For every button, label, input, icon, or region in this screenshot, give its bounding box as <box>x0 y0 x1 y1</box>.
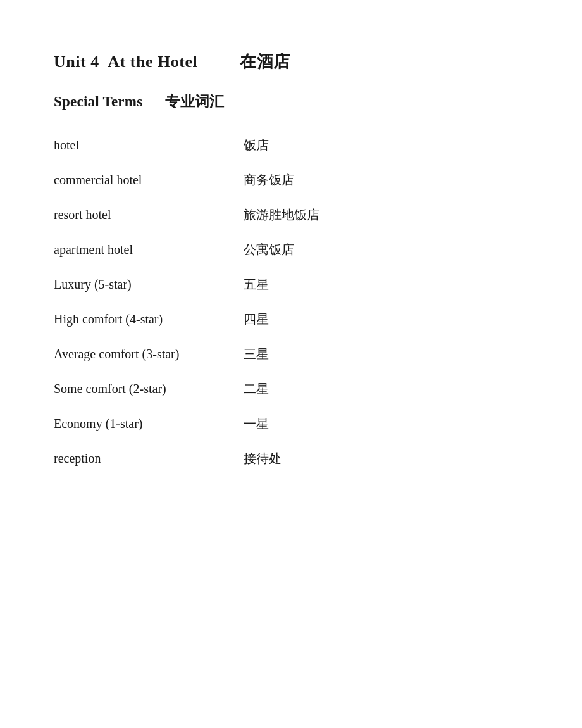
vocab-chinese: 公寓饭店 <box>244 241 294 258</box>
unit-chinese: 在酒店 <box>240 53 290 71</box>
vocab-chinese: 四星 <box>244 311 269 328</box>
vocab-english: hotel <box>54 138 231 153</box>
vocab-item: Luxury (5-star)五星 <box>54 276 528 293</box>
vocab-item: reception接待处 <box>54 450 528 467</box>
vocab-list: hotel饭店commercial hotel商务饭店resort hotel旅… <box>54 137 528 467</box>
vocab-english: Some comfort (2-star) <box>54 382 231 396</box>
vocab-english: High comfort (4-star) <box>54 312 231 327</box>
vocab-item: commercial hotel商务饭店 <box>54 172 528 189</box>
section-chinese: 专业词汇 <box>165 94 224 110</box>
vocab-chinese: 三星 <box>244 346 269 363</box>
vocab-english: Economy (1-star) <box>54 417 231 431</box>
vocab-chinese: 二星 <box>244 380 269 398</box>
unit-title: Unit 4 At the Hotel 在酒店 <box>54 51 528 73</box>
vocab-chinese: 旅游胜地饭店 <box>244 206 319 223</box>
vocab-item: Economy (1-star)一星 <box>54 415 528 432</box>
vocab-english: Average comfort (3-star) <box>54 347 231 361</box>
vocab-english: reception <box>54 451 231 466</box>
vocab-item: High comfort (4-star)四星 <box>54 311 528 328</box>
section-title: Special Terms 专业词汇 <box>54 92 528 111</box>
section-label: Special Terms <box>54 94 142 110</box>
vocab-chinese: 商务饭店 <box>244 172 294 189</box>
vocab-english: resort hotel <box>54 208 231 222</box>
vocab-item: Average comfort (3-star)三星 <box>54 346 528 363</box>
vocab-english: apartment hotel <box>54 242 231 257</box>
vocab-item: hotel饭店 <box>54 137 528 154</box>
vocab-item: apartment hotel公寓饭店 <box>54 241 528 258</box>
unit-label: Unit 4 <box>54 53 99 71</box>
unit-name: At the Hotel <box>108 53 197 71</box>
vocab-english: commercial hotel <box>54 173 231 187</box>
vocab-chinese: 一星 <box>244 415 269 432</box>
vocab-item: Some comfort (2-star)二星 <box>54 380 528 398</box>
vocab-english: Luxury (5-star) <box>54 277 231 292</box>
vocab-chinese: 饭店 <box>244 137 269 154</box>
vocab-chinese: 五星 <box>244 276 269 293</box>
vocab-item: resort hotel旅游胜地饭店 <box>54 206 528 223</box>
vocab-chinese: 接待处 <box>244 450 282 467</box>
